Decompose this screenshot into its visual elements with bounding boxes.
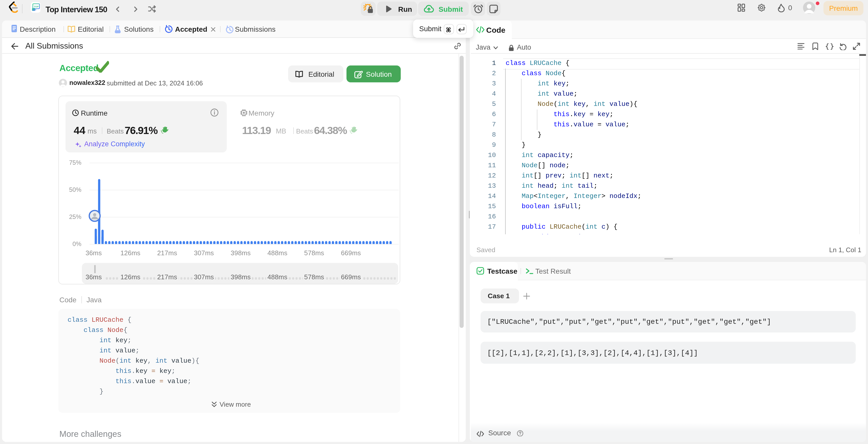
svg-text:TOP: TOP — [34, 5, 39, 8]
